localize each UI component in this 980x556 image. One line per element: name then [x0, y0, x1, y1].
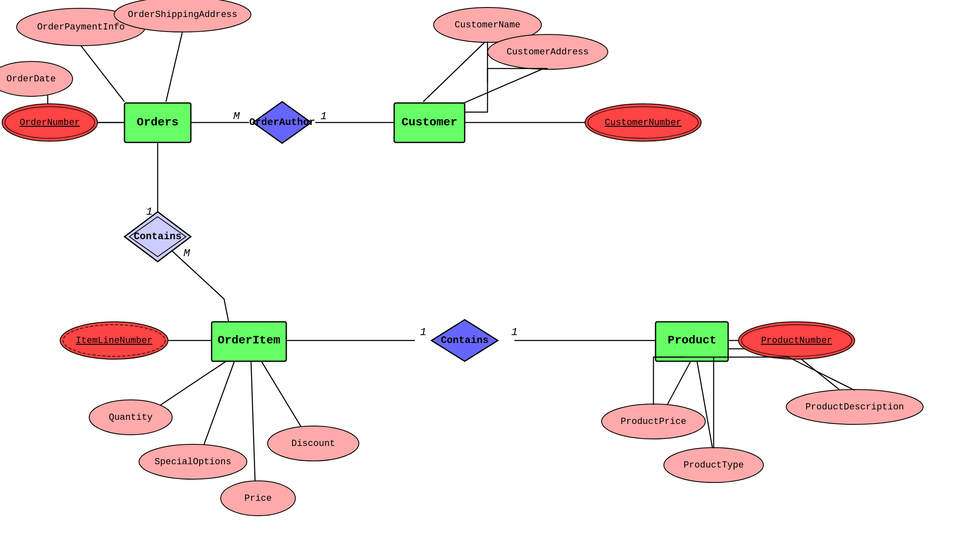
cardinality-1-contains2-left: 1 — [420, 326, 427, 338]
cardinality-1-contains2-right: 1 — [511, 326, 518, 338]
attr-productprice-label: ProductPrice — [621, 416, 686, 427]
svg-line-15 — [158, 357, 232, 407]
attr-discount-label: Discount — [291, 438, 335, 449]
relationship-contains1-label: Contains — [134, 231, 181, 242]
attr-orderpaymentinfo-label: OrderPaymentInfo — [37, 22, 124, 32]
svg-line-16 — [203, 361, 234, 446]
svg-line-0 — [81, 46, 124, 102]
er-diagram: M 1 1 M 1 1 Orders Customer OrderItem Pr… — [0, 0, 980, 556]
attr-customername-label: CustomerName — [455, 20, 520, 30]
attr-ordernumber-label: OrderNumber — [20, 118, 80, 128]
attr-itemlinenumber-label: ItemLineNumber — [76, 336, 153, 346]
attr-customernumber-label: CustomerNumber — [605, 118, 682, 128]
attr-price-label: Price — [244, 493, 272, 504]
entity-product-label: Product — [668, 334, 717, 347]
svg-line-8 — [452, 69, 544, 108]
entity-orderitem-label: OrderItem — [217, 334, 280, 347]
entity-customer-label: Customer — [402, 116, 457, 129]
attr-customeraddress-label: CustomerAddress — [507, 47, 589, 57]
attr-quantity-label: Quantity — [109, 412, 153, 423]
svg-line-26 — [788, 357, 855, 390]
cardinality-m-contains1: M — [183, 247, 190, 260]
svg-line-18 — [251, 361, 255, 484]
cardinality-1-orderauthor: 1 — [320, 110, 327, 122]
svg-line-7 — [423, 42, 485, 102]
attr-ordershippingaddress-label: OrderShippingAddress — [128, 10, 237, 20]
svg-line-1 — [166, 31, 183, 102]
attr-productdescription-label: ProductDescription — [805, 402, 904, 412]
attr-orderdate-label: OrderDate — [7, 74, 56, 84]
attr-productnumber-label: ProductNumber — [761, 336, 832, 346]
attr-specialoptions-label: SpecialOptions — [155, 457, 232, 467]
relationship-orderauthor-label: OrderAuthor — [249, 117, 315, 128]
svg-line-17 — [261, 361, 303, 430]
relationship-contains2-label: Contains — [441, 335, 488, 346]
entity-orders-label: Orders — [137, 116, 179, 129]
cardinality-m-orderauthor: M — [233, 110, 240, 122]
svg-line-20 — [664, 357, 693, 411]
svg-line-21 — [697, 361, 714, 455]
attr-producttype-label: ProductType — [683, 460, 744, 470]
